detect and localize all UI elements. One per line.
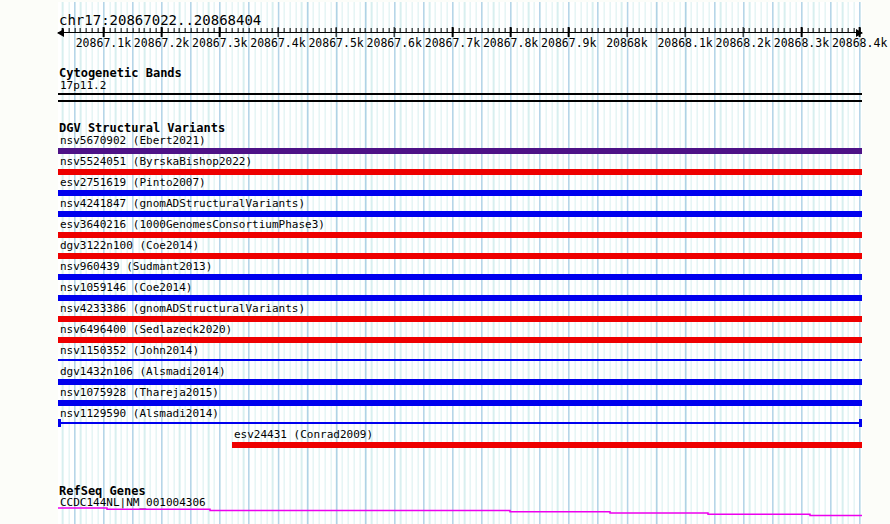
ruler-tick-label: 20868.3k — [774, 37, 829, 50]
ruler-tick-label: 20867.7k — [425, 37, 480, 50]
ruler-tick-label: 20867.3k — [192, 37, 247, 50]
variant-bar[interactable] — [58, 337, 862, 343]
variant-end-tick — [859, 419, 862, 427]
coordinate-ruler: 20867.1k20867.2k20867.3k20867.4k20867.5k… — [58, 26, 862, 52]
variant-label[interactable]: nsv1075928 (Thareja2015) — [60, 387, 219, 399]
variant-label[interactable]: nsv4233386 (gnomADStructuralVariants) — [60, 303, 305, 315]
ruler-tick-label: 20868k — [606, 37, 648, 50]
variant-row: nsv960439 (Sudmant2013) — [58, 261, 862, 282]
ruler-axis-line — [58, 32, 862, 33]
variant-row: dgv1432n106 (Alsmadi2014) — [58, 366, 862, 387]
ruler-tick-label: 20868.2k — [716, 37, 771, 50]
variant-bar[interactable] — [58, 253, 862, 259]
variant-bar[interactable] — [58, 232, 862, 238]
variant-label[interactable]: nsv4241847 (gnomADStructuralVariants) — [60, 198, 305, 210]
variant-row: nsv6496400 (Sedlazeck2020) — [58, 324, 862, 345]
variant-label[interactable]: dgv1432n106 (Alsmadi2014) — [60, 366, 226, 378]
ruler-tick-label: 20867.4k — [250, 37, 305, 50]
variant-row: nsv1075928 (Thareja2015) — [58, 387, 862, 408]
cytoband-bar[interactable] — [58, 93, 862, 102]
variant-label[interactable]: nsv1059146 (Coe2014) — [60, 282, 192, 294]
variant-row: nsv5670902 (Ebert2021) — [58, 135, 862, 156]
ruler-tick-label: 20868.4k — [832, 37, 887, 50]
variant-bar[interactable] — [58, 148, 862, 154]
variant-label[interactable]: esv3640216 (1000GenomesConsortiumPhase3) — [60, 219, 325, 231]
variant-bar[interactable] — [58, 400, 862, 406]
ruler-tick-label: 20867.5k — [308, 37, 363, 50]
ruler-tick-label: 20868.1k — [657, 37, 712, 50]
variant-label[interactable]: nsv1129590 (Alsmadi2014) — [60, 408, 219, 420]
ruler-left-arrow-icon — [57, 29, 64, 37]
variant-row: nsv5524051 (ByrskaBishop2022) — [58, 156, 862, 177]
variant-end-tick — [58, 419, 61, 427]
variant-row: esv2751619 (Pinto2007) — [58, 177, 862, 198]
variants-list: nsv5670902 (Ebert2021)nsv5524051 (Byrska… — [58, 135, 862, 450]
variant-bar[interactable] — [58, 211, 862, 217]
variant-row: nsv1129590 (Alsmadi2014) — [58, 408, 862, 429]
variant-bar[interactable] — [58, 422, 862, 424]
variant-label[interactable]: nsv960439 (Sudmant2013) — [60, 261, 212, 273]
variant-label[interactable]: nsv6496400 (Sedlazeck2020) — [60, 324, 232, 336]
variant-label[interactable]: esv2751619 (Pinto2007) — [60, 177, 206, 189]
variant-bar[interactable] — [232, 442, 862, 448]
variant-label[interactable]: nsv5524051 (ByrskaBishop2022) — [60, 156, 252, 168]
variant-row: esv3640216 (1000GenomesConsortiumPhase3) — [58, 219, 862, 240]
variant-bar[interactable] — [58, 295, 862, 301]
variant-label[interactable]: nsv1150352 (John2014) — [60, 345, 199, 357]
variant-label[interactable]: esv24431 (Conrad2009) — [234, 429, 373, 441]
ruler-tick-label: 20867.8k — [483, 37, 538, 50]
refseq-gene-line[interactable] — [58, 506, 862, 520]
variant-row: nsv1150352 (John2014) — [58, 345, 862, 366]
variant-label[interactable]: dgv3122n100 (Coe2014) — [60, 240, 199, 252]
ruler-tick-label: 20867.9k — [541, 37, 596, 50]
variant-bar[interactable] — [58, 169, 862, 175]
variant-bar[interactable] — [58, 359, 862, 361]
ruler-tick-label: 20867.1k — [76, 37, 131, 50]
variant-bar[interactable] — [58, 190, 862, 196]
variant-bar[interactable] — [58, 316, 862, 322]
variant-bar[interactable] — [58, 379, 862, 385]
variant-row: nsv1059146 (Coe2014) — [58, 282, 862, 303]
variant-row: nsv4241847 (gnomADStructuralVariants) — [58, 198, 862, 219]
cytoband-label: 17p11.2 — [60, 80, 106, 92]
variant-row: dgv3122n100 (Coe2014) — [58, 240, 862, 261]
variant-row: esv24431 (Conrad2009) — [58, 429, 862, 450]
ruler-tick-label: 20867.2k — [134, 37, 189, 50]
variant-bar[interactable] — [58, 274, 862, 280]
variant-label[interactable]: nsv5670902 (Ebert2021) — [60, 135, 206, 147]
ruler-tick-label: 20867.6k — [367, 37, 422, 50]
variant-row: nsv4233386 (gnomADStructuralVariants) — [58, 303, 862, 324]
